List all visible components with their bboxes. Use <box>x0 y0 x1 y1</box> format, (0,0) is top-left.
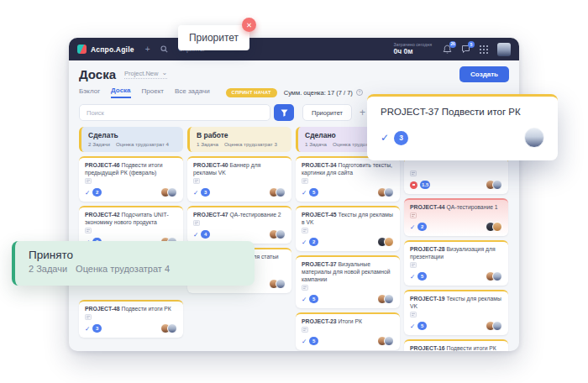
apps-menu-button[interactable] <box>480 45 488 54</box>
task-card[interactable]: PROJECT-45Тексты для рекламы в VK ✓2 <box>296 206 400 251</box>
task-card[interactable]: PROJECT-23Итоги РК ✓5 <box>296 312 400 350</box>
count-badge: 2 <box>417 223 427 232</box>
count-badge: 5 <box>309 337 318 346</box>
task-code: PROJECT-45 <box>302 212 337 218</box>
check-icon: ✓ <box>410 273 415 281</box>
task-title: Итоги РК <box>339 318 362 324</box>
notifications-badge: 26 <box>449 41 456 48</box>
funnel-icon <box>281 109 288 117</box>
filter-button[interactable] <box>274 104 294 121</box>
avatar <box>167 187 177 197</box>
check-icon: ✓ <box>381 132 389 144</box>
column-meta: 2 ЗадачиОценка трудозатрат 4 <box>88 141 176 147</box>
task-card[interactable]: PROJECT-37Визуальные материалы для новой… <box>296 255 400 308</box>
accepted-column-overlay: Принято 2 ЗадачиОценка трудозатрат 4 <box>12 241 255 286</box>
column-header[interactable]: Сделать 2 ЗадачиОценка трудозатрат 4 <box>79 127 183 152</box>
task-code: PROJECT-16 <box>410 345 445 351</box>
messages-badge: 5 <box>468 41 475 48</box>
task-card[interactable]: PROJECT-34Подготовить тексты, картинки д… <box>296 156 400 202</box>
task-code: PROJECT-46 <box>85 162 120 168</box>
task-title: Подвести итоги РК <box>447 345 496 351</box>
avatar <box>276 229 286 239</box>
help-icon[interactable]: ? <box>356 89 363 96</box>
overdue-icon <box>410 181 417 189</box>
tab-project[interactable]: Проект <box>142 87 164 97</box>
add-filter-icon[interactable]: + <box>360 108 365 118</box>
column-meta: 1 ЗадачаОценка трудозатрат 3 <box>197 141 285 147</box>
accepted-meta: 2 ЗадачиОценка трудозатрат 4 <box>29 264 241 274</box>
description-icon <box>302 327 308 333</box>
avatar <box>384 336 394 346</box>
tab-all-tasks[interactable]: Все задачи <box>175 87 210 97</box>
count-badge: 2 <box>92 188 102 197</box>
description-icon <box>302 178 308 184</box>
messages-button[interactable]: 5 <box>461 45 470 54</box>
count-badge: 3 <box>92 324 102 333</box>
grid-icon <box>480 45 488 54</box>
search-input[interactable] <box>79 104 270 121</box>
kanban-column-accepted: 1.5 PROJECT-44QA-тестирование 1 ✓2 PROJE… <box>404 127 508 351</box>
tab-backlog[interactable]: Бэклог <box>79 87 100 97</box>
avatar <box>276 279 286 289</box>
app-topbar: Аспро.Agile + Спринты Затрачено сегодня … <box>69 38 519 60</box>
check-icon: ✓ <box>85 325 90 333</box>
task-card[interactable]: PROJECT-16Подвести итоги РК <box>404 339 508 351</box>
task-code: PROJECT-23 <box>302 318 337 324</box>
create-button[interactable]: Создать <box>459 66 509 82</box>
dragged-task-title: PROJECT-37 Подвести итог РК <box>381 107 544 117</box>
check-icon: ✓ <box>410 223 415 231</box>
close-icon[interactable]: ✕ <box>242 18 256 32</box>
page-title: Доска <box>79 67 116 81</box>
project-name: Project.New <box>124 70 158 77</box>
task-code: PROJECT-28 <box>410 246 445 252</box>
priority-tooltip-label: Приоритет <box>189 32 239 44</box>
check-icon: ✓ <box>193 189 198 197</box>
tab-board[interactable]: Доска <box>111 87 130 98</box>
task-title: QA-тестирование 2 <box>230 212 281 218</box>
project-selector[interactable]: Project.New ⌄ <box>124 70 167 79</box>
count-badge: 5 <box>417 272 427 281</box>
description-icon <box>410 312 417 317</box>
check-icon: ✓ <box>410 323 415 330</box>
check-icon: ✓ <box>302 189 307 197</box>
task-code: PROJECT-42 <box>85 212 120 218</box>
user-avatar[interactable] <box>497 43 511 56</box>
task-code: PROJECT-48 <box>85 306 120 312</box>
count-badge: 5 <box>309 188 318 197</box>
task-code: PROJECT-44 <box>410 204 445 210</box>
time-tracker: Затрачено сегодня 0ч 0м <box>394 43 432 56</box>
task-code: PROJECT-47 <box>193 212 228 218</box>
task-card[interactable]: PROJECT-28Визуализация для презентации ✓… <box>404 240 508 286</box>
avatar <box>492 222 502 232</box>
task-code: PROJECT-19 <box>410 296 445 302</box>
dragged-task-footer: ✓ 3 <box>381 128 544 148</box>
description-icon <box>193 220 200 226</box>
column-header[interactable]: В работе 1 ЗадачаОценка трудозатрат 3 <box>187 127 291 152</box>
check-icon: ✓ <box>193 231 198 239</box>
kanban-board: Сделать 2 ЗадачиОценка трудозатрат 4 PRO… <box>79 127 509 351</box>
add-icon[interactable]: + <box>145 45 150 54</box>
column-title: Сделать <box>88 131 176 139</box>
accepted-title: Принято <box>29 248 241 263</box>
description-icon <box>85 178 92 184</box>
screenshot-stage: Аспро.Agile + Спринты Затрачено сегодня … <box>0 0 588 383</box>
description-icon <box>410 212 417 218</box>
count-badge: 5 <box>309 295 318 304</box>
task-code: PROJECT-40 <box>193 162 228 168</box>
task-card-highlighted[interactable]: PROJECT-44QA-тестирование 1 ✓2 <box>404 198 508 236</box>
task-card[interactable]: 1.5 <box>404 157 508 194</box>
task-card[interactable]: PROJECT-48Подвести итоги РК ✓3 <box>79 300 183 338</box>
avatar <box>492 321 502 331</box>
description-icon <box>302 285 308 291</box>
search-icon[interactable] <box>160 45 168 53</box>
task-card[interactable]: PROJECT-19Тексты для рекламы VK ✓5 <box>404 290 508 335</box>
dragged-task-card[interactable]: PROJECT-37 Подвести итог РК ✓ 3 <box>367 94 558 160</box>
priority-filter-chip[interactable]: Приоритет <box>302 104 352 121</box>
task-card[interactable]: PROJECT-40Баннер для рекламы VK ✓3 <box>187 156 291 202</box>
notifications-button[interactable]: 26 <box>443 45 452 55</box>
description-icon <box>410 262 417 268</box>
task-card[interactable]: PROJECT-46Подвести итоги предыдущей РК (… <box>79 156 183 202</box>
check-icon: ✓ <box>302 239 307 246</box>
task-card[interactable]: PROJECT-47QA-тестирование 2 ✓4 <box>187 206 291 244</box>
task-code: PROJECT-37 <box>302 261 337 267</box>
